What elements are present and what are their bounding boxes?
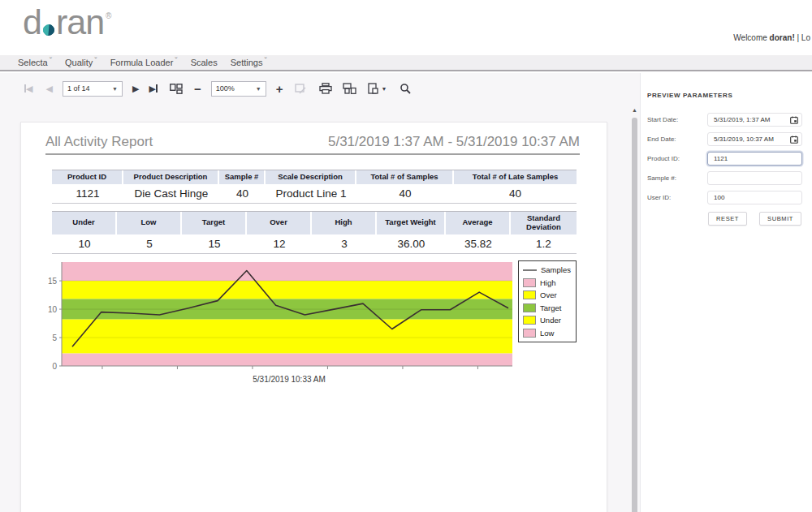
table-row: 1121Die Cast Hinge40Product Line 14040 <box>52 186 577 203</box>
legend-line-icon <box>523 269 537 271</box>
legend-label: Low <box>540 329 554 338</box>
zoom-in-icon: + <box>276 83 283 95</box>
multipage-view-button[interactable] <box>170 80 183 97</box>
export-button[interactable]: ▼ <box>368 80 387 97</box>
column-header: Target <box>182 212 247 236</box>
zoom-level-select[interactable]: 100% ▼ <box>211 81 266 97</box>
sample-number-label: Sample #: <box>647 174 707 182</box>
print-layout-button[interactable] <box>343 80 356 97</box>
end-date-value: 5/31/2019, 10:37 AM <box>714 136 774 143</box>
scrollbar-thumb[interactable] <box>632 118 637 512</box>
table-cell: 3 <box>312 236 377 253</box>
product-id-value: 1121 <box>714 155 728 162</box>
column-header: Under <box>52 212 117 236</box>
legend-swatch-icon <box>523 329 536 338</box>
page-number-select[interactable]: 1 of 14 ▼ <box>63 81 123 97</box>
column-header: Average <box>446 212 511 236</box>
table-cell: 35.82 <box>446 236 511 253</box>
legend-item-low: Low <box>523 327 572 340</box>
sample-number-field-row: Sample #: <box>647 171 802 185</box>
legend-label: Target <box>540 303 561 312</box>
band-under <box>62 320 512 354</box>
column-header: Scale Description <box>266 170 356 186</box>
column-header: High <box>312 212 377 236</box>
sample-number-input[interactable] <box>707 171 802 185</box>
print-button[interactable] <box>319 80 332 97</box>
first-page-button[interactable]: ◀ <box>24 80 32 97</box>
y-tick-label: 0 <box>52 362 57 371</box>
previous-page-button[interactable]: ◀ <box>45 80 52 97</box>
menu-item-settings[interactable]: Settingsˇ <box>231 58 267 67</box>
zoom-level-value: 100% <box>216 84 235 93</box>
zoom-in-button[interactable]: + <box>276 80 283 97</box>
menu-item-selecta[interactable]: Selectaˇ <box>18 58 52 67</box>
legend-label: Over <box>540 290 557 299</box>
report-stats-table: UnderLowTargetOverHighTarget WeightAvera… <box>52 211 577 254</box>
legend-item-samples: Samples <box>523 264 572 277</box>
report-page: All Activity Report 5/31/2019 1:37 AM - … <box>20 122 607 512</box>
menu-item-quality[interactable]: Qualityˇ <box>65 58 97 67</box>
search-icon <box>400 83 411 94</box>
column-header: Product ID <box>52 170 123 186</box>
user-id-input[interactable]: 100 <box>707 191 802 204</box>
start-date-field-row: Start Date:5/31/2019, 1:37 AM <box>647 113 802 127</box>
chevron-down-icon: ▼ <box>256 86 261 92</box>
table-cell: 40 <box>356 186 454 203</box>
table-cell: 15 <box>182 236 247 253</box>
column-header: Over <box>247 212 312 236</box>
band-high <box>62 262 512 281</box>
column-header: Total # of Late Samples <box>454 170 577 186</box>
search-button[interactable] <box>400 80 411 97</box>
reset-button[interactable]: RESET <box>708 212 747 226</box>
logo-letter-d: d <box>23 3 41 41</box>
scroll-up-icon[interactable]: ▲ <box>632 107 637 113</box>
calendar-icon[interactable] <box>790 136 798 144</box>
logout-link[interactable]: | Lo <box>795 33 810 42</box>
report-viewer: ◀ ◀ 1 of 14 ▼ ▶ ▶ − 100% ▼ + <box>0 73 640 512</box>
table-cell: 40 <box>219 186 266 203</box>
chevron-down-icon: ˇ <box>50 58 52 65</box>
report-tables: Product IDProduct DescriptionSample #Sca… <box>52 170 577 261</box>
column-header: Product Description <box>123 170 219 186</box>
legend-swatch-icon <box>523 278 536 287</box>
calendar-icon[interactable] <box>790 116 798 124</box>
product-id-input[interactable]: 1121 <box>707 152 802 166</box>
end-date-input[interactable]: 5/31/2019, 10:37 AM <box>707 132 802 146</box>
menu-item-scales[interactable]: Scales <box>191 58 218 67</box>
table-cell: 40 <box>454 186 577 203</box>
logo-letters-ran: ran <box>56 3 104 41</box>
legend-item-target: Target <box>523 302 572 315</box>
last-page-button[interactable]: ▶ <box>149 80 157 97</box>
y-tick-label: 15 <box>48 277 58 286</box>
vertical-scrollbar[interactable]: ▲ <box>631 107 639 512</box>
export-disabled-icon <box>295 84 307 94</box>
chevron-down-icon: ˇ <box>264 58 266 65</box>
menu-item-label: Selecta <box>18 58 48 67</box>
table-cell: 1121 <box>52 186 123 203</box>
submit-button[interactable]: SUBMIT <box>759 212 801 226</box>
report-title: All Activity Report <box>45 134 153 150</box>
table-cell: 10 <box>52 236 117 253</box>
column-header: Sample # <box>219 170 266 186</box>
menu-item-formula-loader[interactable]: Formula Loaderˇ <box>110 58 178 67</box>
menu-item-label: Formula Loader <box>110 58 174 67</box>
band-low <box>62 354 512 366</box>
zoom-out-button[interactable]: − <box>194 80 201 97</box>
user-id-label: User ID: <box>647 194 707 201</box>
start-date-value: 5/31/2019, 1:37 AM <box>714 116 770 123</box>
user-id-value: 100 <box>714 194 724 201</box>
next-page-button[interactable]: ▶ <box>132 80 139 97</box>
table-row: 1051512336.0035.821.2 <box>52 236 577 253</box>
y-tick-label: 5 <box>52 333 57 342</box>
legend-label: Samples <box>541 265 571 274</box>
start-date-input[interactable]: 5/31/2019, 1:37 AM <box>707 113 802 127</box>
report-title-row: All Activity Report 5/31/2019 1:37 AM - … <box>45 134 580 155</box>
viewer-toolbar: ◀ ◀ 1 of 14 ▼ ▶ ▶ − 100% ▼ + <box>0 76 640 101</box>
menu-bar: SelectaˇQualityˇFormula LoaderˇScalesSet… <box>0 55 812 71</box>
registered-trademark-icon: ® <box>106 11 111 20</box>
print-layout-icon <box>343 83 356 94</box>
export-icon <box>368 83 379 94</box>
panel-title: PREVIEW PARAMETERS <box>647 92 802 99</box>
product-id-label: Product ID: <box>647 155 707 162</box>
table-header-row: Product IDProduct DescriptionSample #Sca… <box>52 170 577 186</box>
